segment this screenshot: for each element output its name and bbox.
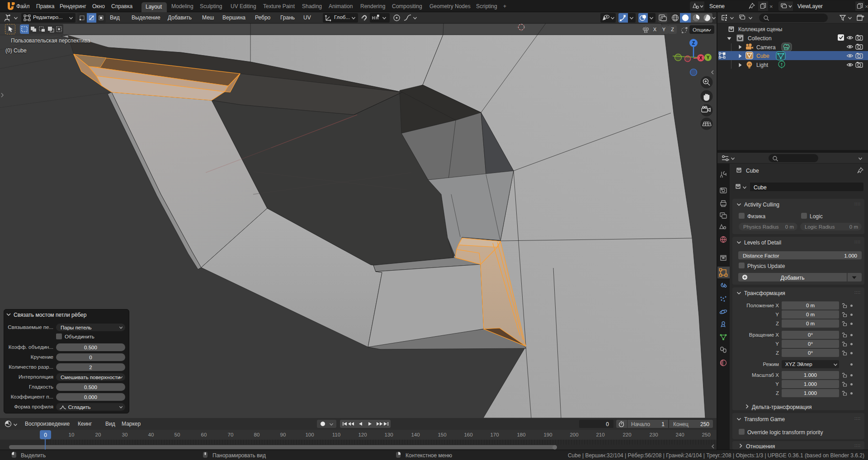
- svg-text:Z: Z: [692, 41, 695, 46]
- svg-text:X: X: [699, 56, 703, 61]
- svg-text:Y: Y: [707, 55, 710, 60]
